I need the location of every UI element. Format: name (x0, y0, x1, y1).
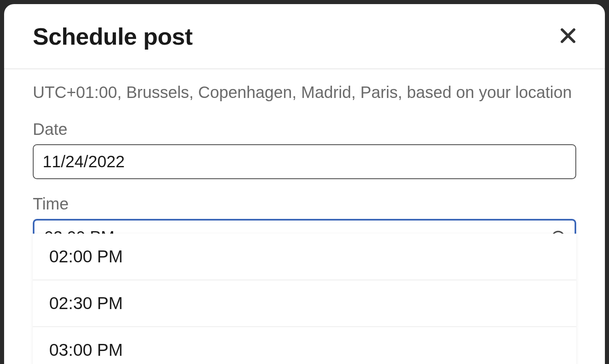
timezone-info: UTC+01:00, Brussels, Copenhagen, Madrid,… (33, 82, 576, 103)
time-option[interactable]: 02:30 PM (33, 280, 576, 327)
time-option[interactable]: 02:00 PM (33, 234, 576, 280)
time-option[interactable]: 03:00 PM (33, 327, 576, 364)
close-button[interactable] (556, 23, 580, 49)
date-field-group: Date (33, 120, 576, 179)
modal-title: Schedule post (33, 23, 193, 50)
schedule-post-modal: Schedule post UTC+01:00, Brussels, Copen… (4, 4, 605, 364)
close-icon (559, 27, 577, 46)
time-label: Time (33, 195, 576, 213)
date-input[interactable] (33, 144, 576, 179)
modal-body: UTC+01:00, Brussels, Copenhagen, Madrid,… (4, 69, 605, 255)
time-dropdown: 02:00 PM 02:30 PM 03:00 PM (33, 234, 576, 364)
date-label: Date (33, 120, 576, 139)
time-dropdown-list: 02:00 PM 02:30 PM 03:00 PM (33, 234, 576, 364)
modal-header: Schedule post (4, 4, 605, 69)
